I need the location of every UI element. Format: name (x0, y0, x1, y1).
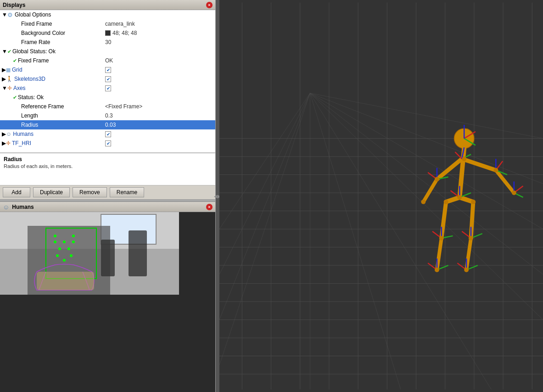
camera-feed-svg (0, 212, 179, 295)
expand-global-options[interactable]: ▼ (2, 11, 7, 18)
reference-frame-value: <Fixed Frame> (105, 103, 142, 110)
displays-title: Displays (3, 2, 25, 8)
skeletons3d-icon: 🚶 (6, 76, 13, 82)
svg-point-7 (63, 241, 66, 243)
background-color-value: 48; 48; 48 (112, 30, 137, 36)
frame-rate-label: Frame Rate (21, 39, 50, 45)
length-value: 0.3 (105, 112, 113, 119)
svg-point-108 (469, 236, 473, 241)
description-box: Radius Radius of each axis, in meters. (0, 153, 215, 185)
svg-point-99 (462, 157, 466, 161)
global-status-label: Global Status: Ok (12, 48, 56, 55)
humans-panel-icon: ☺ (3, 203, 9, 211)
svg-point-14 (54, 235, 56, 237)
add-button[interactable]: Add (3, 187, 30, 197)
humans-label: Humans (13, 131, 34, 137)
svg-point-11 (56, 254, 59, 257)
humans-titlebar: ☺ Humans × (0, 202, 215, 212)
humans-panel: ☺ Humans × (0, 202, 215, 392)
svg-point-13 (63, 259, 66, 262)
svg-point-103 (512, 190, 516, 195)
left-panel: Displays × ▼ ⚙ Global Options Fi (0, 0, 216, 392)
vertical-splitter[interactable]: ◀▶ (216, 0, 219, 392)
svg-point-6 (54, 241, 56, 243)
svg-rect-18 (129, 230, 147, 276)
svg-point-10 (67, 247, 70, 250)
svg-rect-17 (101, 240, 115, 276)
3d-viewport-grid (219, 0, 543, 392)
skeletons3d-checkbox[interactable]: ✔ (105, 76, 111, 82)
displays-tree: ▼ ⚙ Global Options Fixed Frame camera_li… (0, 10, 215, 152)
skeletons3d-label: Skeletons3D (14, 76, 45, 82)
tf-hri-checkbox[interactable]: ✔ (105, 140, 111, 146)
fixed-frame-label: Fixed Frame (21, 21, 52, 27)
svg-point-110 (464, 268, 469, 272)
fixed-frame-status-value: OK (105, 57, 113, 64)
tree-row-tf-hri[interactable]: ▶ ✛ TF_HRI ✔ (0, 139, 215, 148)
svg-point-12 (70, 254, 73, 257)
svg-point-15 (72, 235, 75, 237)
tree-row-length[interactable]: Length 0.3 (0, 111, 215, 120)
grid-checkbox[interactable]: ✔ (105, 67, 111, 73)
tree-row-fixed-frame-status[interactable]: ✔ Fixed Frame OK (0, 56, 215, 65)
background-color-label: Background Color (21, 30, 65, 36)
svg-point-109 (435, 268, 439, 272)
length-label: Length (21, 112, 38, 119)
expand-axes[interactable]: ▼ (2, 85, 7, 91)
displays-titlebar: Displays × (0, 0, 215, 10)
expand-global-status[interactable]: ▼ (2, 48, 7, 55)
svg-point-100 (435, 177, 439, 182)
expand-humans[interactable]: ▶ (2, 131, 6, 137)
svg-point-106 (471, 200, 476, 204)
description-body: Radius of each axis, in meters. (4, 163, 212, 169)
expand-skeletons3d[interactable]: ▶ (2, 76, 6, 82)
axes-label: Axes (13, 85, 26, 91)
tree-row-fixed-frame[interactable]: Fixed Frame camera_link (0, 19, 215, 28)
svg-rect-16 (37, 272, 94, 290)
grid-icon: ▦ (6, 67, 11, 73)
tree-row-global-status[interactable]: ▼ ✔ Global Status: Ok (0, 47, 215, 56)
gear-icon: ⚙ (7, 11, 13, 18)
tree-row-axes-status[interactable]: ✔ Status: Ok (0, 93, 215, 102)
fixed-frame-status-label: Fixed Frame (18, 57, 49, 64)
tree-row-global-options[interactable]: ▼ ⚙ Global Options (0, 10, 215, 19)
tree-row-axes[interactable]: ▼ ✛ Axes ✔ (0, 84, 215, 93)
panel-resize-handle[interactable] (0, 199, 215, 201)
tree-row-skeletons3d[interactable]: ▶ 🚶 Skeletons3D ✔ (0, 74, 215, 84)
displays-close-button[interactable]: × (206, 2, 213, 8)
axes-status-check-icon: ✔ (13, 95, 17, 101)
expand-tf-hri[interactable]: ▶ (2, 140, 6, 146)
svg-point-8 (72, 241, 75, 243)
expand-grid[interactable]: ▶ (2, 67, 6, 73)
view3d[interactable] (219, 0, 543, 392)
remove-button[interactable]: Remove (73, 187, 107, 197)
svg-point-9 (58, 247, 61, 250)
radius-label: Radius (21, 122, 38, 128)
rename-button[interactable]: Rename (110, 187, 144, 197)
humans-panel-title: Humans (12, 204, 34, 210)
tree-row-reference-frame[interactable]: Reference Frame <Fixed Frame> (0, 102, 215, 111)
tree-row-radius[interactable]: Radius 0.03 (0, 120, 215, 129)
axes-checkbox[interactable]: ✔ (105, 85, 111, 91)
svg-rect-19 (219, 2, 543, 389)
duplicate-button[interactable]: Duplicate (33, 187, 70, 197)
reference-frame-label: Reference Frame (21, 103, 64, 110)
global-options-label: Global Options (15, 11, 51, 18)
global-status-check-icon: ✔ (7, 49, 11, 55)
tree-row-frame-rate[interactable]: Frame Rate 30 (0, 38, 215, 47)
svg-point-105 (444, 200, 448, 204)
tree-row-grid[interactable]: ▶ ▦ Grid ✔ (0, 65, 215, 74)
humans-checkbox[interactable]: ✔ (105, 131, 111, 137)
displays-toolbar: Add Duplicate Remove Rename (0, 185, 215, 199)
svg-point-104 (457, 195, 462, 200)
axes-icon: ✛ (7, 85, 12, 91)
grid-label: Grid (12, 67, 22, 73)
humans-close-button[interactable]: × (206, 204, 213, 210)
humans-panel-title-row: ☺ Humans (3, 203, 34, 211)
frame-rate-value: 30 (105, 39, 111, 45)
displays-panel: Displays × ▼ ⚙ Global Options Fi (0, 0, 215, 202)
tree-row-humans[interactable]: ▶ ☺ Humans ✔ (0, 129, 215, 139)
svg-point-101 (493, 168, 498, 173)
humans-camera-feed (0, 212, 215, 392)
tree-row-background-color[interactable]: Background Color 48; 48; 48 (0, 28, 215, 38)
